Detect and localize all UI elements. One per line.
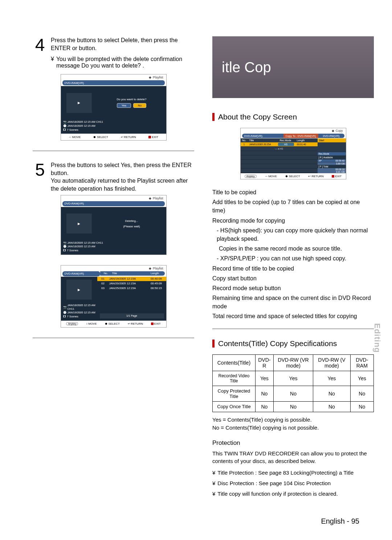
diamond-icon: ◆ bbox=[332, 129, 334, 133]
step-4-note: ¥ You will be prompted with the delete c… bbox=[51, 56, 194, 69]
diamond-icon: ◆ bbox=[149, 196, 151, 200]
contents-heading: Contents(Title) Copy Specifications bbox=[212, 339, 374, 348]
scenes-icon: 🎞 bbox=[63, 128, 66, 132]
diamond-icon: ◆ bbox=[149, 267, 151, 270]
step-5-text: Press the buttons to select Yes, then pr… bbox=[51, 161, 194, 192]
protection-bullet: ¥Title Protection : See page 83 Locking(… bbox=[212, 469, 374, 476]
exit-icon bbox=[151, 322, 154, 325]
thumbnail-placeholder: ▶ bbox=[66, 93, 92, 113]
clock-icon: 🕒 bbox=[63, 124, 66, 128]
thumbnail-placeholder: ▶ bbox=[66, 214, 92, 234]
copy-title-row[interactable]: 1 JAN/01/2005 20:25A HS 00:01:40 bbox=[241, 142, 318, 146]
step-5: 5 Press the buttons to select Yes, then … bbox=[33, 161, 194, 192]
clock-icon: 🕒 bbox=[63, 245, 66, 248]
side-tab: Editing bbox=[372, 323, 382, 353]
return-icon: ↩ bbox=[121, 135, 123, 139]
start-button[interactable]: Start bbox=[318, 138, 346, 142]
return-icon: ↩ bbox=[128, 322, 130, 325]
info-icon: 📷 bbox=[63, 305, 66, 309]
screen-header: DVD-RAM(VR) bbox=[62, 201, 165, 206]
scenes-icon: 🎞 bbox=[63, 315, 66, 318]
page-footer: English - 95 bbox=[321, 517, 359, 525]
diamond-icon: ◆ bbox=[149, 76, 151, 79]
step-4-text: Press the buttons to select Delete, then… bbox=[51, 36, 194, 52]
red-bar-icon bbox=[212, 113, 215, 121]
yes-button[interactable]: Yes bbox=[117, 103, 131, 108]
thumbnail-placeholder: ▶ bbox=[66, 280, 92, 300]
copy-screen: ◆ Copy DVD-RAM(VR) Copy To : DVD-RAM(VR)… bbox=[240, 128, 346, 179]
anykey-badge: Anykey bbox=[66, 322, 78, 325]
select-icon: ⏺ bbox=[285, 175, 288, 178]
clock-icon: 🕒 bbox=[63, 311, 66, 314]
table-row[interactable]: 02 JAN/20/2005 12:15A 00:45:09 bbox=[97, 281, 166, 286]
copy-screen-spec-list: Title to be copied Add titles to be copi… bbox=[212, 188, 374, 321]
protection-para: This TWIN TRAY DVD RECORDER can allow yo… bbox=[212, 450, 374, 466]
playlist-delete-confirm-screen: ◆ Playlist DVD-RAM(VR) ▶ Do you want to … bbox=[61, 74, 167, 141]
exit-icon bbox=[148, 136, 151, 138]
select-icon: ⏺ bbox=[105, 322, 108, 325]
screen-header: DVD-RAM(VR) bbox=[62, 80, 165, 85]
title-banner: itle Cop bbox=[212, 36, 374, 98]
step-number: 4 bbox=[33, 36, 47, 54]
copy-spec-table: Contents(Title) DVD-R DVD-RW (VR mode) D… bbox=[212, 354, 374, 412]
step-4: 4 Press the buttons to select Delete, th… bbox=[33, 36, 194, 54]
table-row: Copy Protected Title No No No No bbox=[213, 386, 374, 401]
table-row[interactable]: 03 JAN/25/2005 12:15A 00:50:15 bbox=[97, 286, 166, 291]
protection-bullet: ¥Disc Protection : See page 104 Disc Pro… bbox=[212, 479, 374, 487]
red-bar-icon bbox=[212, 340, 215, 348]
anykey-badge: Anykey bbox=[245, 175, 257, 178]
table-row[interactable]: 01 JAN/19/2005 12:15A 00:40:09 bbox=[97, 277, 166, 281]
step-number: 5 bbox=[33, 161, 47, 179]
playlist-deleting-screen: ◆ Playlist DVD-RAM(VR) ▶ Deleting... (Pl… bbox=[61, 195, 167, 255]
playlist-list-screen: ◆ Playlist DVD-RAM(VR) No. Title Length … bbox=[61, 265, 167, 328]
move-icon: ↕ bbox=[86, 322, 87, 325]
table-note: Yes = Contents(Title) copying is possibl… bbox=[212, 416, 374, 432]
table-row: Copy Once Title No No No No bbox=[213, 401, 374, 412]
info-icon: 📷 bbox=[63, 241, 66, 245]
return-icon: ↩ bbox=[308, 175, 311, 178]
rec-mode-button[interactable]: Rec.Mode bbox=[318, 152, 346, 155]
scenes-icon: 🎞 bbox=[63, 249, 66, 252]
select-icon: ⏺ bbox=[93, 135, 96, 139]
no-button[interactable]: No bbox=[133, 103, 146, 108]
divider bbox=[33, 338, 194, 338]
move-icon: ↔ bbox=[265, 175, 268, 178]
protection-heading: Protection bbox=[212, 439, 374, 447]
divider bbox=[33, 151, 194, 151]
info-icon: 📷 bbox=[63, 120, 66, 124]
divider bbox=[212, 329, 374, 329]
about-heading: About the Copy Screen bbox=[212, 113, 374, 121]
table-row: Recorded Video Title Yes Yes Yes Yes bbox=[213, 371, 374, 386]
exit-icon bbox=[332, 175, 334, 178]
protection-bullet: ¥Title copy will function only if protec… bbox=[212, 490, 374, 498]
move-icon: ↔ bbox=[69, 135, 72, 139]
